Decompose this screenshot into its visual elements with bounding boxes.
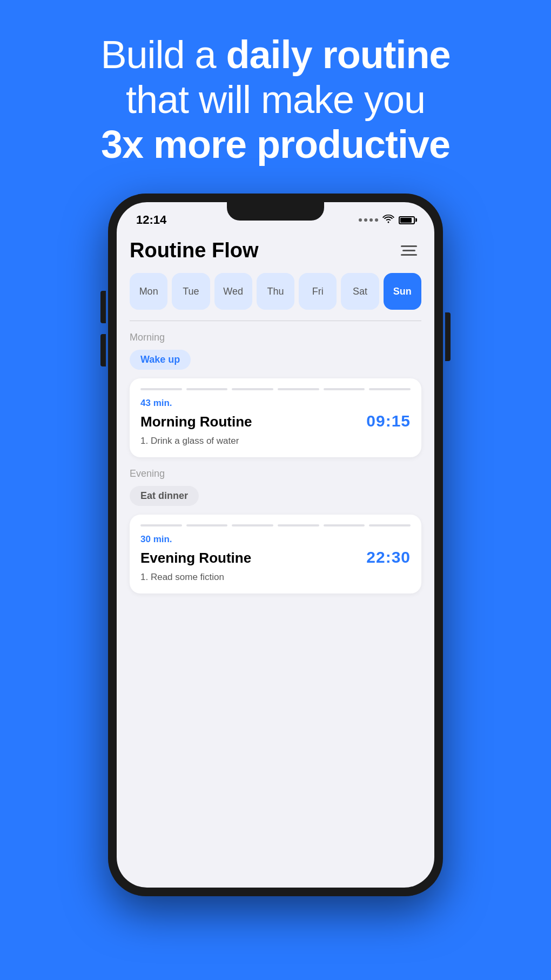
signal-icon	[359, 218, 378, 222]
day-thu[interactable]: Thu	[257, 273, 294, 310]
battery-fill	[400, 218, 412, 223]
morning-routine-row: Morning Routine 09:15	[140, 412, 411, 430]
day-sat[interactable]: Sat	[341, 273, 379, 310]
phone-outer: 12:14	[108, 194, 443, 896]
drag-handle-morning	[140, 388, 411, 390]
app-header: Routine Flow	[130, 230, 421, 273]
settings-line-2	[402, 250, 415, 251]
day-tue[interactable]: Tue	[172, 273, 210, 310]
hero-section: Build a daily routine that will make you…	[0, 0, 551, 188]
evening-tag[interactable]: Eat dinner	[130, 486, 199, 506]
battery-icon	[399, 216, 415, 224]
morning-tag[interactable]: Wake up	[130, 350, 191, 370]
drag-line	[140, 388, 182, 390]
signal-dot-1	[359, 218, 362, 222]
settings-line-1	[401, 245, 417, 247]
drag-line	[186, 524, 228, 526]
drag-line	[278, 388, 319, 390]
app-title: Routine Flow	[130, 239, 259, 262]
wifi-icon	[382, 215, 394, 226]
evening-section-label: Evening	[130, 468, 421, 479]
evening-routine-card[interactable]: 30 min. Evening Routine 22:30 1. Read so…	[130, 515, 421, 594]
morning-routine-time: 09:15	[366, 412, 411, 430]
drag-handle-evening	[140, 524, 411, 526]
settings-line-3	[401, 254, 417, 256]
drag-line	[186, 388, 228, 390]
hero-line1-bold: daily routine	[226, 33, 451, 76]
day-sun[interactable]: Sun	[384, 273, 421, 310]
notch	[227, 202, 324, 221]
status-time: 12:14	[136, 213, 166, 227]
evening-routine-task: 1. Read some fiction	[140, 572, 411, 583]
signal-dot-3	[369, 218, 373, 222]
drag-line	[232, 524, 273, 526]
day-selector: Mon Tue Wed Thu Fri Sat Sun	[130, 273, 421, 310]
drag-line	[369, 388, 411, 390]
drag-line	[278, 524, 319, 526]
evening-routine-name: Evening Routine	[140, 550, 251, 566]
signal-dot-2	[364, 218, 367, 222]
phone-screen: 12:14	[117, 202, 434, 888]
day-fri[interactable]: Fri	[299, 273, 337, 310]
morning-routine-name: Morning Routine	[140, 414, 252, 430]
settings-button[interactable]	[397, 241, 421, 260]
drag-line	[324, 388, 365, 390]
drag-line	[140, 524, 182, 526]
morning-routine-task: 1. Drink a glass of water	[140, 436, 411, 446]
drag-line	[324, 524, 365, 526]
app-content: Routine Flow Mon Tue Wed Thu Fri Sat Sun	[117, 230, 434, 594]
signal-dot-4	[375, 218, 378, 222]
drag-line	[369, 524, 411, 526]
day-wed[interactable]: Wed	[214, 273, 252, 310]
hero-line2: that will make you	[126, 78, 425, 121]
morning-routine-card[interactable]: 43 min. Morning Routine 09:15 1. Drink a…	[130, 378, 421, 457]
evening-routine-time: 22:30	[366, 548, 411, 566]
hero-line1-normal: Build a	[100, 33, 226, 76]
section-divider	[130, 321, 421, 321]
evening-routine-row: Evening Routine 22:30	[140, 548, 411, 566]
status-icons	[359, 215, 415, 226]
morning-duration: 43 min.	[140, 398, 411, 409]
hero-line3: 3x more productive	[101, 123, 450, 166]
morning-section-label: Morning	[130, 332, 421, 343]
evening-duration: 30 min.	[140, 534, 411, 545]
drag-line	[232, 388, 273, 390]
phone-container: 12:14	[0, 188, 551, 896]
day-mon[interactable]: Mon	[130, 273, 167, 310]
